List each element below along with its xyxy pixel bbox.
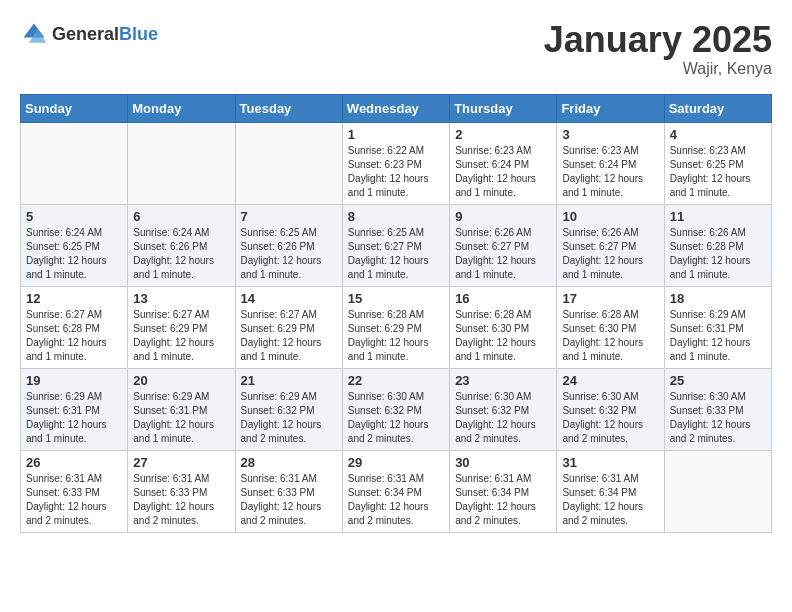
calendar-cell: 17Sunrise: 6:28 AM Sunset: 6:30 PM Dayli… [557, 286, 664, 368]
weekday-header-wednesday: Wednesday [342, 94, 449, 122]
calendar-cell: 22Sunrise: 6:30 AM Sunset: 6:32 PM Dayli… [342, 368, 449, 450]
calendar-cell: 26Sunrise: 6:31 AM Sunset: 6:33 PM Dayli… [21, 450, 128, 532]
day-info: Sunrise: 6:31 AM Sunset: 6:34 PM Dayligh… [348, 472, 444, 528]
weekday-header-thursday: Thursday [450, 94, 557, 122]
day-number: 6 [133, 209, 229, 224]
title-block: January 2025 Wajir, Kenya [544, 20, 772, 78]
day-info: Sunrise: 6:29 AM Sunset: 6:31 PM Dayligh… [133, 390, 229, 446]
calendar-cell: 12Sunrise: 6:27 AM Sunset: 6:28 PM Dayli… [21, 286, 128, 368]
day-info: Sunrise: 6:22 AM Sunset: 6:23 PM Dayligh… [348, 144, 444, 200]
day-info: Sunrise: 6:27 AM Sunset: 6:29 PM Dayligh… [133, 308, 229, 364]
calendar-week-4: 19Sunrise: 6:29 AM Sunset: 6:31 PM Dayli… [21, 368, 772, 450]
calendar-cell: 27Sunrise: 6:31 AM Sunset: 6:33 PM Dayli… [128, 450, 235, 532]
day-number: 11 [670, 209, 766, 224]
day-number: 30 [455, 455, 551, 470]
calendar-cell: 8Sunrise: 6:25 AM Sunset: 6:27 PM Daylig… [342, 204, 449, 286]
month-title: January 2025 [544, 20, 772, 60]
calendar-cell: 2Sunrise: 6:23 AM Sunset: 6:24 PM Daylig… [450, 122, 557, 204]
calendar-cell [664, 450, 771, 532]
day-number: 19 [26, 373, 122, 388]
day-info: Sunrise: 6:26 AM Sunset: 6:27 PM Dayligh… [562, 226, 658, 282]
day-number: 1 [348, 127, 444, 142]
calendar-cell: 15Sunrise: 6:28 AM Sunset: 6:29 PM Dayli… [342, 286, 449, 368]
day-number: 2 [455, 127, 551, 142]
day-info: Sunrise: 6:28 AM Sunset: 6:30 PM Dayligh… [455, 308, 551, 364]
calendar-cell: 10Sunrise: 6:26 AM Sunset: 6:27 PM Dayli… [557, 204, 664, 286]
day-info: Sunrise: 6:31 AM Sunset: 6:34 PM Dayligh… [562, 472, 658, 528]
calendar-cell [21, 122, 128, 204]
day-number: 5 [26, 209, 122, 224]
day-number: 17 [562, 291, 658, 306]
day-number: 28 [241, 455, 337, 470]
day-number: 9 [455, 209, 551, 224]
location-title: Wajir, Kenya [544, 60, 772, 78]
day-number: 24 [562, 373, 658, 388]
calendar-cell: 30Sunrise: 6:31 AM Sunset: 6:34 PM Dayli… [450, 450, 557, 532]
day-info: Sunrise: 6:24 AM Sunset: 6:26 PM Dayligh… [133, 226, 229, 282]
day-info: Sunrise: 6:30 AM Sunset: 6:32 PM Dayligh… [455, 390, 551, 446]
weekday-header-saturday: Saturday [664, 94, 771, 122]
day-info: Sunrise: 6:27 AM Sunset: 6:29 PM Dayligh… [241, 308, 337, 364]
calendar-cell: 5Sunrise: 6:24 AM Sunset: 6:25 PM Daylig… [21, 204, 128, 286]
day-info: Sunrise: 6:28 AM Sunset: 6:30 PM Dayligh… [562, 308, 658, 364]
calendar-cell: 23Sunrise: 6:30 AM Sunset: 6:32 PM Dayli… [450, 368, 557, 450]
day-info: Sunrise: 6:23 AM Sunset: 6:24 PM Dayligh… [562, 144, 658, 200]
calendar-cell: 1Sunrise: 6:22 AM Sunset: 6:23 PM Daylig… [342, 122, 449, 204]
logo-blue: Blue [119, 24, 158, 44]
day-number: 31 [562, 455, 658, 470]
calendar-cell: 14Sunrise: 6:27 AM Sunset: 6:29 PM Dayli… [235, 286, 342, 368]
calendar-cell: 3Sunrise: 6:23 AM Sunset: 6:24 PM Daylig… [557, 122, 664, 204]
day-number: 3 [562, 127, 658, 142]
day-number: 4 [670, 127, 766, 142]
day-info: Sunrise: 6:26 AM Sunset: 6:28 PM Dayligh… [670, 226, 766, 282]
calendar-week-1: 1Sunrise: 6:22 AM Sunset: 6:23 PM Daylig… [21, 122, 772, 204]
page-header: GeneralBlue January 2025 Wajir, Kenya [20, 20, 772, 78]
weekday-header-tuesday: Tuesday [235, 94, 342, 122]
day-info: Sunrise: 6:31 AM Sunset: 6:34 PM Dayligh… [455, 472, 551, 528]
day-info: Sunrise: 6:28 AM Sunset: 6:29 PM Dayligh… [348, 308, 444, 364]
day-number: 26 [26, 455, 122, 470]
calendar-cell: 6Sunrise: 6:24 AM Sunset: 6:26 PM Daylig… [128, 204, 235, 286]
day-number: 20 [133, 373, 229, 388]
calendar-cell: 16Sunrise: 6:28 AM Sunset: 6:30 PM Dayli… [450, 286, 557, 368]
day-info: Sunrise: 6:25 AM Sunset: 6:26 PM Dayligh… [241, 226, 337, 282]
calendar-cell [235, 122, 342, 204]
calendar-cell: 20Sunrise: 6:29 AM Sunset: 6:31 PM Dayli… [128, 368, 235, 450]
day-info: Sunrise: 6:29 AM Sunset: 6:31 PM Dayligh… [26, 390, 122, 446]
day-info: Sunrise: 6:26 AM Sunset: 6:27 PM Dayligh… [455, 226, 551, 282]
logo: GeneralBlue [20, 20, 158, 48]
weekday-header-sunday: Sunday [21, 94, 128, 122]
day-number: 10 [562, 209, 658, 224]
calendar-week-5: 26Sunrise: 6:31 AM Sunset: 6:33 PM Dayli… [21, 450, 772, 532]
calendar-cell: 25Sunrise: 6:30 AM Sunset: 6:33 PM Dayli… [664, 368, 771, 450]
weekday-header-monday: Monday [128, 94, 235, 122]
calendar-cell: 11Sunrise: 6:26 AM Sunset: 6:28 PM Dayli… [664, 204, 771, 286]
calendar-cell [128, 122, 235, 204]
day-info: Sunrise: 6:23 AM Sunset: 6:24 PM Dayligh… [455, 144, 551, 200]
calendar-cell: 18Sunrise: 6:29 AM Sunset: 6:31 PM Dayli… [664, 286, 771, 368]
day-info: Sunrise: 6:27 AM Sunset: 6:28 PM Dayligh… [26, 308, 122, 364]
calendar-cell: 13Sunrise: 6:27 AM Sunset: 6:29 PM Dayli… [128, 286, 235, 368]
calendar-cell: 28Sunrise: 6:31 AM Sunset: 6:33 PM Dayli… [235, 450, 342, 532]
calendar-week-2: 5Sunrise: 6:24 AM Sunset: 6:25 PM Daylig… [21, 204, 772, 286]
day-info: Sunrise: 6:30 AM Sunset: 6:33 PM Dayligh… [670, 390, 766, 446]
weekday-header-friday: Friday [557, 94, 664, 122]
day-number: 25 [670, 373, 766, 388]
day-number: 12 [26, 291, 122, 306]
calendar-table: SundayMondayTuesdayWednesdayThursdayFrid… [20, 94, 772, 533]
logo-general: General [52, 24, 119, 44]
calendar-week-3: 12Sunrise: 6:27 AM Sunset: 6:28 PM Dayli… [21, 286, 772, 368]
day-info: Sunrise: 6:31 AM Sunset: 6:33 PM Dayligh… [26, 472, 122, 528]
calendar-cell: 9Sunrise: 6:26 AM Sunset: 6:27 PM Daylig… [450, 204, 557, 286]
day-number: 27 [133, 455, 229, 470]
day-info: Sunrise: 6:29 AM Sunset: 6:32 PM Dayligh… [241, 390, 337, 446]
day-info: Sunrise: 6:30 AM Sunset: 6:32 PM Dayligh… [348, 390, 444, 446]
logo-icon [20, 20, 48, 48]
day-info: Sunrise: 6:30 AM Sunset: 6:32 PM Dayligh… [562, 390, 658, 446]
calendar-cell: 31Sunrise: 6:31 AM Sunset: 6:34 PM Dayli… [557, 450, 664, 532]
calendar-cell: 29Sunrise: 6:31 AM Sunset: 6:34 PM Dayli… [342, 450, 449, 532]
day-info: Sunrise: 6:31 AM Sunset: 6:33 PM Dayligh… [133, 472, 229, 528]
day-number: 8 [348, 209, 444, 224]
calendar-cell: 19Sunrise: 6:29 AM Sunset: 6:31 PM Dayli… [21, 368, 128, 450]
calendar-cell: 21Sunrise: 6:29 AM Sunset: 6:32 PM Dayli… [235, 368, 342, 450]
